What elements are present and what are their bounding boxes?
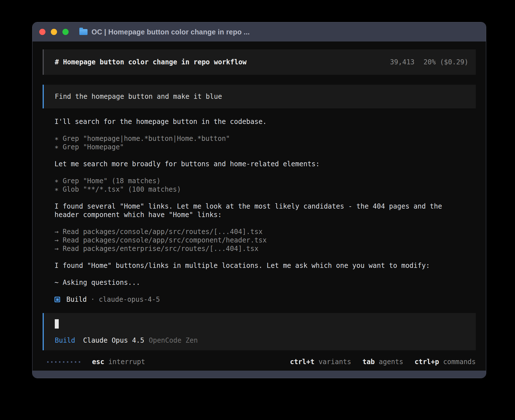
text-cursor: [55, 319, 59, 329]
hint-key-esc: esc: [92, 358, 104, 366]
agent-name: Build: [66, 295, 87, 304]
hint-label-commands: commands: [443, 358, 476, 366]
prompt-input[interactable]: Build Claude Opus 4.5 OpenCode Zen: [43, 313, 476, 350]
hint-label-variants: variants: [318, 358, 351, 366]
folder-icon: [79, 29, 88, 35]
assistant-text: I found "Home" buttons/links in multiple…: [54, 261, 455, 270]
session-stats: 39,413 20% ($0.29): [390, 58, 468, 66]
tool-call-grep: ∗ Grep "Home" (18 matches): [54, 177, 455, 185]
user-message: Find the homepage button and make it blu…: [43, 85, 476, 108]
hint-label-agents: agents: [379, 358, 403, 366]
hint-agents: tab agents: [363, 358, 403, 366]
hint-key-ctrl-t: ctrl+t: [290, 358, 315, 366]
input-mode-label: Build: [55, 336, 75, 345]
tool-call-read: → Read packages/enterprise/src/routes/[.…: [54, 244, 455, 253]
square-in-square-icon: [54, 297, 60, 302]
assistant-status-text: ~ Asking questions...: [54, 278, 455, 287]
zoom-window-button[interactable]: [62, 29, 69, 35]
terminal-content: # Homepage button color change in repo w…: [32, 41, 486, 371]
input-meta: Build Claude Opus 4.5 OpenCode Zen: [55, 336, 468, 345]
assistant-text: Let me search more broadly for buttons a…: [54, 160, 455, 168]
agent-status-line: Build · claude-opus-4-5: [54, 295, 455, 304]
session-header: # Homepage button color change in repo w…: [43, 49, 476, 75]
assistant-text: I'll search for the homepage button in t…: [54, 117, 455, 126]
tool-call-glob: ∗ Glob "**/*.tsx" (100 matches): [54, 185, 455, 194]
tool-call-grep: ∗ Grep "homepage|home.*button|Home.*butt…: [54, 134, 455, 143]
hint-key-tab: tab: [363, 358, 375, 366]
tool-call-group: → Read packages/console/app/src/routes/[…: [54, 228, 455, 253]
window-bottom-edge: [32, 371, 486, 378]
tool-call-grep: ∗ Grep "Homepage": [54, 143, 455, 151]
session-context-cost: 20% ($0.29): [424, 58, 468, 66]
agent-model: claude-opus-4-5: [99, 295, 160, 304]
window-title: OC | Homepage button color change in rep…: [91, 28, 250, 36]
hint-variants: ctrl+t variants: [290, 358, 351, 366]
agent-separator: ·: [91, 295, 95, 304]
hint-commands: ctrl+p commands: [414, 358, 476, 366]
status-bar-left: esc interrupt: [47, 358, 145, 366]
assistant-transcript: I'll search for the homepage button in t…: [54, 117, 455, 304]
session-title: # Homepage button color change in repo w…: [55, 58, 246, 66]
window-titlebar: OC | Homepage button color change in rep…: [32, 22, 486, 41]
hint-interrupt: esc interrupt: [92, 358, 145, 366]
minimize-window-button[interactable]: [51, 29, 57, 35]
terminal-window: OC | Homepage button color change in rep…: [32, 22, 486, 378]
traffic-lights: [39, 29, 69, 35]
session-token-count: 39,413: [390, 58, 414, 66]
tool-call-group: ∗ Grep "homepage|home.*button|Home.*butt…: [54, 134, 455, 151]
hint-label-interrupt: interrupt: [108, 358, 145, 366]
status-bar-right: ctrl+t variants tab agents ctrl+p comman…: [290, 358, 476, 366]
status-bar: esc interrupt ctrl+t variants tab agents…: [47, 358, 476, 366]
hint-key-ctrl-p: ctrl+p: [414, 358, 439, 366]
tool-call-read: → Read packages/console/app/src/routes/[…: [54, 228, 455, 236]
input-model-label: Claude Opus 4.5: [83, 336, 144, 345]
tool-call-read: → Read packages/console/app/src/componen…: [54, 236, 455, 244]
input-provider-label: OpenCode Zen: [149, 336, 198, 345]
user-message-text: Find the homepage button and make it blu…: [55, 93, 222, 100]
working-spinner-dots-icon: [47, 361, 80, 363]
assistant-text: I found several "Home" links. Let me loo…: [54, 202, 455, 219]
close-window-button[interactable]: [39, 29, 45, 35]
tool-call-group: ∗ Grep "Home" (18 matches) ∗ Glob "**/*.…: [54, 177, 455, 194]
